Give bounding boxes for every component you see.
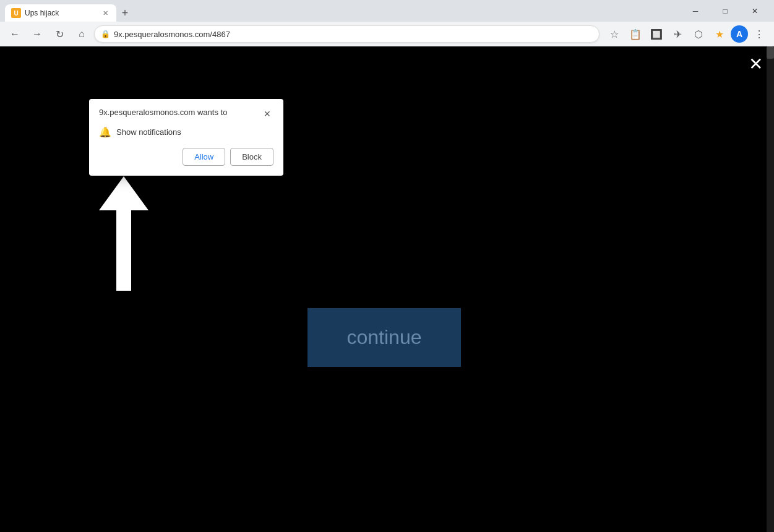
- window-controls: ─ □ ✕: [681, 0, 769, 22]
- navigation-bar: ← → ↻ ⌂ 🔒 9x.pesqueralosmonos.com/4867 ☆…: [0, 22, 774, 46]
- extension-button-3[interactable]: ★: [710, 24, 729, 44]
- scrollbar-thumb[interactable]: [767, 46, 774, 59]
- popup-actions: Allow Block: [99, 148, 273, 166]
- bookmark-star-button[interactable]: ☆: [604, 24, 624, 44]
- reading-list-button[interactable]: 📋: [626, 24, 645, 44]
- back-button[interactable]: ←: [5, 24, 25, 44]
- popup-header: 9x.pesqueralosmonos.com wants to ✕: [99, 108, 273, 120]
- menu-button[interactable]: ⋮: [749, 24, 769, 44]
- scrollbar[interactable]: [767, 46, 774, 532]
- allow-button[interactable]: Allow: [183, 148, 225, 166]
- profile-button[interactable]: A: [731, 25, 748, 43]
- popup-close-button[interactable]: ✕: [261, 108, 273, 120]
- page-content: continue ✕ 9x.pesqueralosmonos.com wants…: [0, 46, 774, 532]
- bell-icon: 🔔: [99, 126, 111, 138]
- extension-button-1[interactable]: 🔲: [647, 24, 666, 44]
- browser-window: U Ups hijack ✕ + ─ □ ✕ ← → ↻ ⌂ 🔒 9x.pesq…: [0, 0, 774, 532]
- url-text: 9x.pesqueralosmonos.com/4867: [114, 30, 593, 39]
- block-button[interactable]: Block: [230, 148, 273, 166]
- tab-title: Ups hijack: [25, 9, 97, 17]
- permission-label: Show notifications: [116, 127, 181, 137]
- arrow-up-indicator: [99, 176, 148, 291]
- maximize-button[interactable]: □: [711, 0, 739, 22]
- lock-icon: 🔒: [101, 30, 110, 38]
- tab-close-button[interactable]: ✕: [100, 8, 110, 18]
- title-bar: U Ups hijack ✕ + ─ □ ✕: [0, 0, 774, 22]
- forward-button[interactable]: →: [27, 24, 47, 44]
- notification-popup: 9x.pesqueralosmonos.com wants to ✕ 🔔 Sho…: [89, 99, 283, 176]
- toolbar-icons: ☆ 📋 🔲 ✈ ⬡ ★ A ⋮: [604, 24, 769, 44]
- home-button[interactable]: ⌂: [72, 24, 92, 44]
- refresh-button[interactable]: ↻: [49, 24, 69, 44]
- page-close-button[interactable]: ✕: [743, 51, 768, 76]
- address-bar[interactable]: 🔒 9x.pesqueralosmonos.com/4867: [94, 25, 600, 43]
- tab-favicon: U: [11, 8, 21, 18]
- popup-permission-row: 🔔 Show notifications: [99, 126, 273, 138]
- extension-button-2[interactable]: ⬡: [689, 24, 708, 44]
- vpn-button[interactable]: ✈: [668, 24, 687, 44]
- tab-strip: U Ups hijack ✕ +: [5, 0, 679, 22]
- new-tab-button[interactable]: +: [116, 4, 134, 22]
- arrow-stem: [116, 210, 131, 291]
- arrow-head: [99, 176, 148, 210]
- continue-label: continue: [347, 326, 422, 349]
- window-close-button[interactable]: ✕: [741, 0, 769, 22]
- popup-title: 9x.pesqueralosmonos.com wants to: [99, 108, 227, 117]
- minimize-button[interactable]: ─: [681, 0, 710, 22]
- browser-tab[interactable]: U Ups hijack ✕: [5, 4, 116, 22]
- continue-button[interactable]: continue: [307, 308, 461, 367]
